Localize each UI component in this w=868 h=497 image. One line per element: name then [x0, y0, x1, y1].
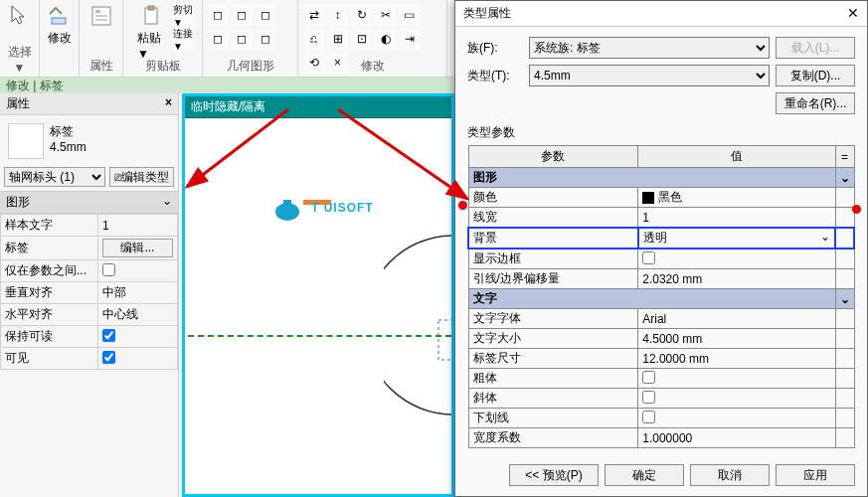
copy-btn[interactable]: 复制(D)...	[776, 65, 855, 86]
visible-check[interactable]	[102, 351, 115, 364]
collapse-icon: ⌄	[162, 194, 172, 211]
grid-bubble-arc	[384, 226, 454, 424]
svg-rect-0	[52, 18, 66, 24]
modify-icon	[48, 4, 72, 28]
join-btn[interactable]: 连接 ▼	[172, 28, 194, 50]
paste-btn[interactable]: 粘贴 ▼	[131, 2, 172, 63]
underline-check[interactable]	[642, 411, 655, 423]
edit-label-btn[interactable]: 编辑...	[102, 239, 173, 257]
cut-btn[interactable]: 剪切 ▼	[172, 4, 194, 26]
properties-btn[interactable]	[84, 2, 119, 32]
param-row-lw: 线宽1	[468, 208, 854, 229]
properties-icon	[89, 4, 113, 28]
param-row-offset: 引线/边界偏移量2.0320 mm	[468, 269, 854, 289]
param-row-border: 显示边框	[468, 248, 854, 269]
italic-check[interactable]	[642, 391, 655, 404]
ribbon-label-select: 选择 ▼	[0, 44, 39, 75]
ribbon-label-clip: 剪贴板	[123, 58, 202, 75]
family-select[interactable]: 系统族: 标签	[529, 37, 770, 59]
mod-btn-3[interactable]: ↻	[351, 4, 373, 26]
properties-panel: 属性 × 标签 4.5mm 轴网标头 (1) ⎚ 编辑类型 图形 ⌄ 样本文字1…	[0, 93, 179, 497]
type-properties-dialog: 类型属性 ✕ 族(F): 系统族: 标签 载入(L)... 类型(T): 4.5…	[454, 0, 868, 497]
param-row-tab: 标签尺寸12.0000 mm	[468, 349, 854, 369]
load-btn: 载入(L)...	[776, 37, 855, 59]
grid-line	[188, 335, 451, 337]
border-check[interactable]	[642, 251, 655, 264]
type-select[interactable]: 4.5mm	[529, 65, 770, 86]
property-grid: 样本文字1 标签编辑... 仅在参数之间... 垂直对齐中部 水平对齐中心线 保…	[0, 214, 178, 370]
param-row-color: 颜色黑色	[468, 188, 854, 208]
prop-row-sample: 样本文字1	[1, 215, 178, 237]
keep-check[interactable]	[102, 329, 115, 342]
instance-filter[interactable]: 轴网标头 (1)	[4, 167, 105, 187]
param-row-bg: 背景透明⌄	[468, 228, 854, 248]
geom-btn-1[interactable]: ◻	[207, 4, 229, 26]
param-row-italic: 斜体	[468, 389, 854, 409]
edit-type-icon: ⎚	[114, 170, 121, 184]
type-label: 类型(T):	[467, 68, 523, 84]
prop-row-halign: 水平对齐中心线	[1, 304, 178, 326]
svg-rect-4	[95, 19, 107, 21]
svg-rect-6	[148, 6, 154, 10]
mod-btn-5[interactable]: ▭	[399, 4, 421, 26]
dialog-close-btn[interactable]: ✕	[847, 5, 859, 22]
cancel-btn[interactable]: 取消	[690, 464, 770, 486]
geom-btn-6[interactable]: ◻	[255, 28, 276, 50]
mod-btn-8[interactable]: ⊡	[351, 28, 373, 50]
canvas-iso-header: 临时隐藏/隔离	[185, 96, 451, 118]
modify-tool[interactable]: 修改	[42, 2, 78, 49]
cursor-icon	[8, 4, 32, 28]
panel-close-btn[interactable]: ×	[165, 95, 172, 112]
ok-btn[interactable]: 确定	[605, 464, 684, 486]
preview-btn[interactable]: << 预览(P)	[509, 464, 599, 486]
paramonly-check[interactable]	[102, 263, 115, 276]
prop-row-label: 标签编辑...	[1, 237, 178, 260]
param-row-wfac: 宽度系数1.000000	[468, 428, 854, 448]
prop-row-paramonly: 仅在参数之间...	[1, 260, 178, 282]
param-row-ul: 下划线	[468, 409, 854, 428]
apply-btn[interactable]: 应用	[776, 464, 855, 486]
type-params-label: 类型参数	[467, 124, 855, 141]
mod-btn-2[interactable]: ↕	[327, 4, 349, 26]
edit-type-button[interactable]: ⎚ 编辑类型	[109, 167, 174, 187]
bold-check[interactable]	[642, 371, 655, 384]
svg-rect-3	[95, 15, 107, 17]
type-param-table: 参数值= 图形⌄ 颜色黑色 线宽1 背景透明⌄ 显示边框 引线/边界偏移量2.0…	[467, 145, 855, 448]
mod-btn-9[interactable]: ◐	[375, 28, 397, 50]
svg-rect-7	[438, 320, 454, 360]
paste-icon	[140, 4, 164, 28]
geom-btn-3[interactable]: ◻	[255, 4, 276, 26]
geom-btn-4[interactable]: ◻	[207, 28, 229, 50]
mod-btn-6[interactable]: ⎌	[303, 28, 325, 50]
rename-btn[interactable]: 重命名(R)...	[776, 92, 855, 114]
mod-btn-7[interactable]: ⊞	[327, 28, 349, 50]
ribbon-label-props: 属性	[80, 58, 122, 75]
param-row-font: 文字字体Arial	[468, 309, 854, 329]
ribbon-label-geom: 几何图形	[203, 58, 297, 75]
prop-section-graphics[interactable]: 图形 ⌄	[0, 191, 178, 214]
dropdown-icon[interactable]: ⌄	[820, 230, 830, 244]
family-label: 族(F):	[467, 40, 523, 57]
prop-row-valign: 垂直对齐中部	[1, 282, 178, 304]
type-selector[interactable]: 标签 4.5mm	[0, 115, 178, 163]
ribbon-label-modify: 修改	[298, 58, 446, 75]
prop-row-keep: 保持可读	[1, 326, 178, 348]
svg-rect-2	[95, 10, 100, 13]
type-icon	[8, 123, 44, 159]
drawing-canvas[interactable]: 临时隐藏/隔离	[182, 93, 454, 497]
mod-btn-4[interactable]: ✂	[375, 4, 397, 26]
prop-row-visible: 可见	[1, 348, 178, 370]
mod-btn-1[interactable]: ⇄	[303, 4, 325, 26]
geom-btn-5[interactable]: ◻	[231, 28, 253, 50]
geom-btn-2[interactable]: ◻	[231, 4, 253, 26]
mod-btn-10[interactable]: ⇥	[399, 28, 421, 50]
select-tool[interactable]	[2, 2, 38, 32]
panel-titlebar: 属性 ×	[0, 93, 178, 115]
color-swatch-icon	[642, 192, 654, 204]
dialog-titlebar: 类型属性 ✕	[455, 1, 867, 27]
param-row-bold: 粗体	[468, 369, 854, 389]
param-row-size: 文字大小4.5000 mm	[468, 329, 854, 349]
